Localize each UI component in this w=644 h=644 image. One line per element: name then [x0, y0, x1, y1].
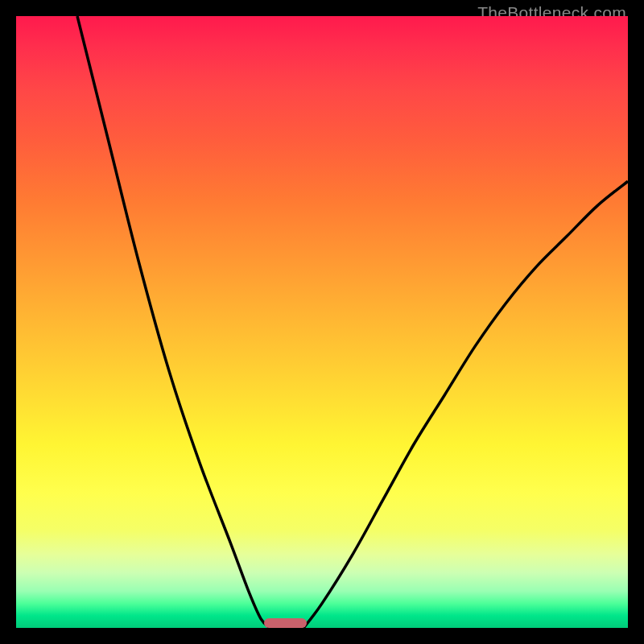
chart-container: TheBottleneck.com — [0, 0, 644, 644]
left-curve-path — [77, 16, 270, 628]
bottleneck-marker — [264, 618, 307, 628]
plot-area — [16, 16, 628, 628]
right-curve-path — [303, 181, 628, 628]
curve-svg — [16, 16, 628, 628]
